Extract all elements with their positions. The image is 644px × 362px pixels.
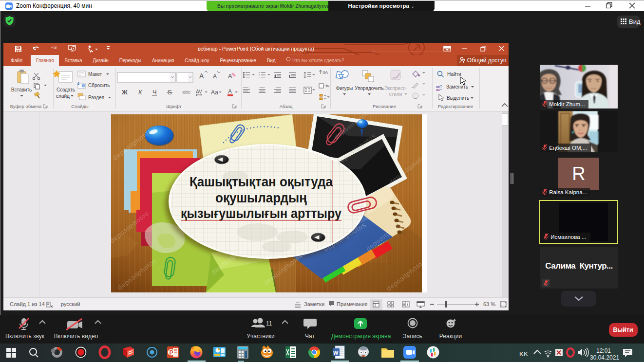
svg-text:Ч: Ч (152, 89, 157, 96)
svg-text:AV: AV (196, 89, 202, 94)
svg-text:Создать: Создать (57, 87, 75, 92)
svg-text:Макет: Макет (88, 72, 102, 77)
svg-text:Буфер обмена: Буфер обмена (10, 104, 42, 109)
svg-text:Раздел: Раздел (88, 95, 104, 100)
svg-text:12:01: 12:01 (596, 347, 611, 354)
svg-text:W: W (333, 350, 339, 356)
svg-text:ac: ac (436, 88, 440, 92)
svg-text:слайд: слайд (56, 93, 70, 99)
svg-text:Чат: Чат (305, 333, 315, 340)
svg-text:Сбросить: Сбросить (88, 83, 110, 88)
svg-text:Вставить: Вставить (11, 87, 32, 92)
svg-text:стили: стили (389, 91, 402, 97)
svg-text:P: P (170, 349, 173, 356)
svg-text:Экспресс-: Экспресс- (384, 86, 407, 91)
svg-text:Участники: Участники (246, 333, 274, 340)
svg-text:Включить видео: Включить видео (54, 333, 98, 340)
svg-text:русский: русский (61, 301, 80, 307)
svg-text:Рисование: Рисование (373, 104, 396, 109)
svg-text:Редактирование: Редактирование (438, 104, 473, 109)
svg-text:Слайд 1 из 14: Слайд 1 из 14 (10, 301, 45, 307)
svg-text:А: А (213, 73, 217, 80)
svg-text:Запись: Запись (403, 333, 422, 340)
svg-text:К: К (138, 89, 143, 96)
svg-text:Найти: Найти (447, 72, 461, 77)
svg-text:оқушылардың: оқушылардың (215, 190, 307, 205)
svg-text:Реакции: Реакции (439, 333, 462, 340)
svg-text:А: А (228, 72, 232, 80)
svg-text:KK: KK (519, 350, 528, 358)
svg-text:63 %: 63 % (483, 301, 495, 307)
svg-text:Примечания: Примечания (337, 301, 368, 307)
svg-text:қызығушылығын арттыру: қызығушылығын арттыру (181, 206, 341, 221)
svg-text:Аа: Аа (211, 89, 218, 96)
svg-text:Заменить: Заменить (446, 84, 468, 90)
svg-text:Фигуры: Фигуры (336, 86, 353, 91)
svg-text:Упорядочить: Упорядочить (355, 86, 384, 91)
svg-text:А: А (199, 72, 204, 80)
svg-text:11: 11 (266, 320, 272, 327)
svg-text:ІІА: ІІА (322, 70, 328, 75)
svg-text:Включить звук: Включить звук (5, 333, 45, 340)
svg-text:Заметки: Заметки (304, 301, 324, 307)
svg-text:Ж: Ж (121, 89, 128, 96)
svg-text:Демонстрация экрана: Демонстрация экрана (331, 333, 391, 340)
svg-text:Слайды: Слайды (71, 104, 89, 109)
svg-text:Қашықтықтан оқытуда: Қашықтықтан оқытуда (189, 174, 333, 189)
svg-text:А: А (228, 88, 232, 95)
svg-text:Выйти: Выйти (613, 326, 633, 333)
svg-text:Абзац: Абзац (280, 104, 293, 109)
svg-text:Выделить: Выделить (447, 95, 469, 101)
svg-text:30.04.2021: 30.04.2021 (590, 354, 619, 361)
svg-text:Шрифт: Шрифт (166, 104, 182, 109)
